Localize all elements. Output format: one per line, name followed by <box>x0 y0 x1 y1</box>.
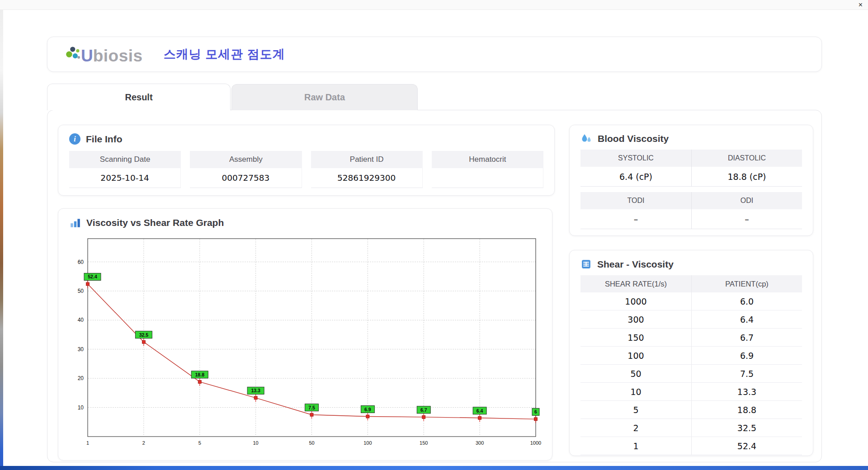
patient-cell: 6.7 <box>691 329 802 347</box>
app-title: 스캐닝 모세관 점도계 <box>164 46 285 62</box>
table-row: 2 32.5 <box>580 419 802 437</box>
assembly-value: 000727583 <box>190 168 302 188</box>
file-info-title: File Info <box>86 134 123 145</box>
patient-cell: 6.4 <box>691 310 802 329</box>
svg-text:20: 20 <box>78 375 84 381</box>
patient-id-value: 52861929300 <box>311 168 423 188</box>
shear-rate-cell: 1000 <box>580 292 691 310</box>
systolic-label: SYSTOLIC <box>580 150 691 167</box>
svg-text:13.3: 13.3 <box>251 388 260 393</box>
table-row: 10 13.3 <box>580 383 802 401</box>
svg-text:6.9: 6.9 <box>364 407 371 412</box>
shear-table-header-row: SHEAR RATE(1/s) PATIENT(cp) <box>580 275 802 292</box>
svg-text:60: 60 <box>78 259 84 265</box>
shear-rate-cell: 50 <box>580 365 691 383</box>
odi-value: – <box>691 209 802 229</box>
blood-viscosity-row-2: TODI ODI – – <box>580 192 802 229</box>
shear-viscosity-table: SHEAR RATE(1/s) PATIENT(cp) 1000 6.0 300… <box>580 275 802 455</box>
svg-text:5: 5 <box>198 440 201 446</box>
blood-viscosity-row-1: SYSTOLIC DIASTOLIC 6.4 (cP) 18.8 (cP) <box>580 150 802 187</box>
diastolic-label: DIASTOLIC <box>691 150 802 167</box>
close-icon[interactable]: × <box>859 0 863 9</box>
viscosity-graph-card: Viscosity vs Shear Rate Graph 1020304050… <box>58 208 552 461</box>
shear-rate-cell: 10 <box>580 383 691 401</box>
field-patient-id: Patient ID 52861929300 <box>311 151 423 188</box>
systolic-value: 6.4 (cP) <box>580 167 691 187</box>
logo-dots-icon <box>65 45 83 62</box>
shear-rate-cell: 2 <box>580 419 691 437</box>
field-assembly: Assembly 000727583 <box>190 151 302 188</box>
viscosity-shear-chart: 1020304050601251050100150300100052.432.5… <box>62 232 549 449</box>
svg-text:1: 1 <box>86 440 89 446</box>
window-titlebar: × <box>0 0 868 10</box>
svg-text:50: 50 <box>309 440 314 446</box>
file-info-fields: Scanning Date 2025-10-14 Assembly 000727… <box>58 148 554 188</box>
blood-viscosity-header: Blood Viscosity <box>570 125 813 148</box>
svg-text:10: 10 <box>78 404 84 411</box>
table-row: 300 6.4 <box>580 310 802 329</box>
field-hematocrit: Hematocrit <box>432 151 543 188</box>
svg-text:7.5: 7.5 <box>308 405 315 410</box>
svg-text:52.4: 52.4 <box>88 274 97 279</box>
svg-text:2: 2 <box>142 440 145 446</box>
desktop-background-left-edge <box>0 0 3 470</box>
todi-label: TODI <box>580 192 691 209</box>
droplets-icon <box>580 133 592 144</box>
patient-cell: 13.3 <box>691 383 802 401</box>
svg-text:40: 40 <box>78 317 84 323</box>
table-row: 1000 6.0 <box>580 292 802 310</box>
svg-text:150: 150 <box>420 440 428 446</box>
shear-rate-cell: 5 <box>580 401 691 419</box>
shear-rate-cell: 1 <box>580 437 691 455</box>
tab-raw-data[interactable]: Raw Data <box>231 84 418 110</box>
patient-cell: 52.4 <box>691 437 802 455</box>
table-icon <box>580 258 592 270</box>
diastolic-value: 18.8 (cP) <box>691 167 802 187</box>
scanning-date-value: 2025-10-14 <box>69 168 181 188</box>
shear-viscosity-header: Shear - Viscosity <box>570 250 813 273</box>
svg-text:300: 300 <box>476 440 484 446</box>
scanning-date-label: Scanning Date <box>69 151 181 168</box>
shear-table-body: 1000 6.0 300 6.4 150 6.7 100 6.9 <box>580 292 802 455</box>
patient-column-header: PATIENT(cp) <box>691 275 802 292</box>
svg-text:10: 10 <box>253 440 259 446</box>
svg-text:50: 50 <box>78 288 84 294</box>
desktop-background-bottom-edge <box>0 466 868 470</box>
svg-text:30: 30 <box>78 346 84 352</box>
patient-cell: 32.5 <box>691 419 802 437</box>
table-row: 100 6.9 <box>580 347 802 365</box>
patient-id-label: Patient ID <box>311 151 423 168</box>
graph-header: Viscosity vs Shear Rate Graph <box>58 209 552 232</box>
patient-cell: 6.0 <box>691 292 802 310</box>
app-header-card: Ubiosis 스캐닝 모세관 점도계 <box>47 37 822 72</box>
patient-cell: 18.8 <box>691 401 802 419</box>
shear-rate-cell: 300 <box>580 310 691 329</box>
logo-text-u: U <box>81 47 93 64</box>
svg-text:18.8: 18.8 <box>195 372 205 377</box>
shear-rate-cell: 150 <box>580 329 691 347</box>
svg-text:6: 6 <box>534 409 537 414</box>
table-row: 1 52.4 <box>580 437 802 455</box>
svg-text:100: 100 <box>363 440 372 446</box>
graph-title: Viscosity vs Shear Rate Graph <box>86 217 224 228</box>
shear-rate-cell: 100 <box>580 347 691 365</box>
patient-cell: 7.5 <box>691 365 802 383</box>
table-row: 5 18.8 <box>580 401 802 419</box>
hematocrit-label: Hematocrit <box>432 151 543 168</box>
todi-value: – <box>580 209 691 229</box>
logo-text-biosis: biosis <box>93 47 143 64</box>
svg-text:32.5: 32.5 <box>139 332 149 338</box>
tab-result-label: Result <box>125 92 152 103</box>
file-info-header: i File Info <box>58 125 554 148</box>
svg-text:6.7: 6.7 <box>420 407 427 413</box>
tab-result[interactable]: Result <box>47 84 231 110</box>
ubiosis-logo: Ubiosis <box>65 45 143 64</box>
patient-cell: 6.9 <box>691 347 802 365</box>
info-icon: i <box>69 133 80 145</box>
blood-viscosity-card: Blood Viscosity SYSTOLIC DIASTOLIC 6.4 (… <box>569 125 813 236</box>
bar-chart-icon <box>69 217 81 229</box>
shear-viscosity-card: Shear - Viscosity SHEAR RATE(1/s) PATIEN… <box>569 250 813 456</box>
field-scanning-date: Scanning Date 2025-10-14 <box>69 151 181 188</box>
blood-viscosity-title: Blood Viscosity <box>598 133 669 144</box>
tab-raw-data-label: Raw Data <box>304 92 345 103</box>
